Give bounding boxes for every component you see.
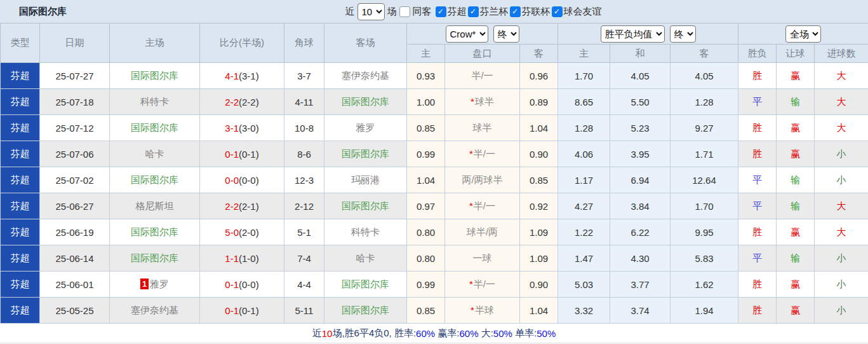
team-name[interactable]: 科特卡 — [140, 96, 169, 107]
handicap-result: 输 — [777, 245, 815, 272]
away-team[interactable]: 国际图尔库 — [324, 193, 407, 219]
result-win-draw-loss: 胜 — [738, 141, 777, 167]
league-filter: ✓芬兰杯 — [468, 6, 509, 18]
home-team[interactable]: 1雅罗 — [110, 272, 200, 298]
half-time-score: (2-2) — [239, 97, 259, 107]
summary-segment: 60% — [459, 328, 478, 339]
score-cell: 0-1(0-1) — [200, 141, 284, 167]
handicap-odds-away: 0.85 — [520, 167, 558, 193]
focus-team-name[interactable]: 国际图尔库 — [131, 252, 178, 263]
match-date: 25-07-02 — [40, 167, 110, 193]
full-time-score: 1-1 — [225, 253, 239, 264]
handicap-odds-home: 0.99 — [407, 141, 445, 167]
handicap-line: *球半 — [445, 89, 520, 115]
result-win-draw-loss: 胜 — [738, 115, 777, 141]
score-cell: 5-0(2-0) — [200, 219, 284, 245]
home-team[interactable]: 国际图尔库 — [110, 245, 200, 272]
col-header-result: 胜负 — [738, 45, 777, 63]
league-filter: ✓球会友谊 — [552, 6, 602, 18]
away-team[interactable]: 国际图尔库 — [324, 298, 407, 324]
away-team[interactable]: 国际图尔库 — [324, 272, 407, 298]
col-header-odds-home: 主 — [407, 45, 445, 63]
scope-select[interactable]: 全场 — [785, 25, 821, 43]
focus-team-name[interactable]: 国际图尔库 — [131, 226, 178, 237]
handicap-line: *半球 — [445, 298, 520, 324]
focus-team-name[interactable]: 国际图尔库 — [131, 174, 178, 185]
goals-over-under: 小 — [815, 298, 868, 324]
team-name[interactable]: 雅罗 — [150, 279, 169, 289]
home-team[interactable]: 国际图尔库 — [110, 167, 200, 193]
team-name[interactable]: 科特卡 — [351, 226, 380, 237]
focus-team-name[interactable]: 国际图尔库 — [342, 96, 389, 107]
home-team[interactable]: 塞伊奈约基 — [110, 298, 200, 324]
col-header-avg-home: 主 — [558, 45, 610, 63]
team-name[interactable]: 哈卡 — [145, 148, 164, 159]
bookmaker-select[interactable]: Crow* — [446, 25, 488, 43]
handicap-odds-home: 0.80 — [407, 245, 445, 272]
full-time-score: 2-2 — [225, 201, 239, 212]
away-team[interactable]: 雅罗 — [324, 115, 407, 141]
home-team[interactable]: 哈卡 — [110, 141, 200, 167]
away-team[interactable]: 科特卡 — [324, 219, 407, 245]
summary-segment: 50% — [493, 328, 512, 339]
average-type-select[interactable]: 胜平负均值 — [601, 25, 665, 43]
table-row: 芬超 25-06-19 国际图尔库 5-0(2-0) 5-1 科特卡 0.80 … — [1, 219, 868, 245]
bookmaker-stage-select[interactable]: 终 — [493, 25, 519, 43]
team-name[interactable]: 塞伊奈约基 — [131, 305, 178, 315]
focus-team-name[interactable]: 国际图尔库 — [342, 305, 389, 315]
home-team[interactable]: 国际图尔库 — [110, 219, 200, 245]
team-name[interactable]: 雅罗 — [356, 122, 375, 133]
table-row: 芬超 25-06-14 国际图尔库 1-1(1-0) 7-4 哈卡 0.80 一… — [1, 245, 868, 272]
away-team[interactable]: 哈卡 — [324, 245, 407, 272]
focus-team-name[interactable]: 国际图尔库 — [131, 70, 178, 81]
focus-team-name[interactable]: 国际图尔库 — [131, 122, 178, 133]
home-team[interactable]: 科特卡 — [110, 89, 200, 115]
focus-team-name[interactable]: 国际图尔库 — [342, 200, 389, 211]
home-team[interactable]: 国际图尔库 — [110, 115, 200, 141]
col-header-avg-away: 客 — [671, 45, 738, 63]
handicap-star: * — [469, 148, 473, 159]
focus-team-name[interactable]: 国际图尔库 — [342, 279, 389, 289]
avg-away-odds: 4.05 — [671, 63, 738, 89]
half-time-score: (3-1) — [239, 71, 259, 81]
handicap-line: 一球 — [445, 245, 520, 272]
away-team[interactable]: 塞伊奈约基 — [324, 63, 407, 89]
filter-checkbox[interactable]: ✓ — [552, 6, 563, 17]
score-cell: 3-1(3-0) — [200, 115, 284, 141]
avg-home-odds: 4.27 — [558, 193, 610, 219]
focus-team-name[interactable]: 国际图尔库 — [342, 148, 389, 159]
handicap-line: *半/一 — [445, 193, 520, 219]
corner-count: 3-7 — [284, 63, 324, 89]
score-cell: 0-1(0-1) — [200, 298, 284, 324]
filter-checkbox[interactable]: ✓ — [468, 6, 479, 17]
filter-checkbox[interactable]: ✓ — [510, 6, 521, 17]
league-type-badge: 芬超 — [1, 272, 40, 298]
team-name[interactable]: 玛丽港 — [351, 174, 380, 185]
avg-away-odds: 1.70 — [671, 193, 738, 219]
summary-segment: 场,胜6平4负0, 胜率: — [332, 327, 416, 340]
league-type-badge: 芬超 — [1, 115, 40, 141]
away-team[interactable]: 玛丽港 — [324, 167, 407, 193]
average-stage-select[interactable]: 终 — [670, 25, 696, 43]
filter-checkbox[interactable]: ✓ — [436, 6, 446, 17]
goals-over-under: 大 — [815, 219, 868, 245]
team-name[interactable]: 格尼斯坦 — [136, 200, 174, 211]
score-cell: 2-2(2-1) — [200, 193, 284, 219]
avg-home-odds: 5.03 — [558, 272, 610, 298]
home-team[interactable]: 格尼斯坦 — [110, 193, 200, 219]
handicap-odds-home: 1.04 — [407, 167, 445, 193]
recent-count-select[interactable]: 10 — [357, 3, 385, 20]
same-venue-checkbox[interactable] — [399, 6, 410, 17]
team-name[interactable]: 哈卡 — [356, 252, 375, 263]
match-date: 25-07-27 — [40, 63, 110, 89]
away-team[interactable]: 国际图尔库 — [324, 89, 407, 115]
home-team[interactable]: 国际图尔库 — [110, 63, 200, 89]
half-time-score: (0-0) — [239, 175, 259, 186]
handicap-line: 球半 — [445, 115, 520, 141]
avg-home-odds: 1.22 — [558, 219, 610, 245]
half-time-score: (2-1) — [239, 201, 259, 212]
team-name[interactable]: 塞伊奈约基 — [342, 70, 389, 81]
league-type-badge: 芬超 — [1, 245, 40, 272]
handicap-odds-away: 1.09 — [520, 219, 558, 245]
away-team[interactable]: 国际图尔库 — [324, 141, 407, 167]
